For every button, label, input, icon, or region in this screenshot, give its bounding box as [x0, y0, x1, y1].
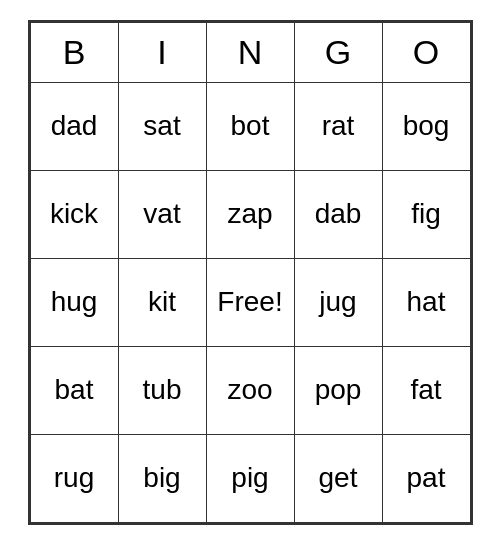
cell-r1-c3: dab — [294, 170, 382, 258]
cell-r0-c4: bog — [382, 82, 470, 170]
header-cell-g: G — [294, 22, 382, 82]
cell-r0-c3: rat — [294, 82, 382, 170]
cell-r4-c3: get — [294, 434, 382, 522]
bingo-body: dadsatbotratbogkickvatzapdabfighugkitFre… — [30, 82, 470, 522]
cell-r4-c1: big — [118, 434, 206, 522]
table-row: dadsatbotratbog — [30, 82, 470, 170]
cell-r3-c4: fat — [382, 346, 470, 434]
cell-r2-c0: hug — [30, 258, 118, 346]
cell-r3-c3: pop — [294, 346, 382, 434]
header-row: BINGO — [30, 22, 470, 82]
cell-r1-c1: vat — [118, 170, 206, 258]
cell-r1-c4: fig — [382, 170, 470, 258]
header-cell-i: I — [118, 22, 206, 82]
table-row: hugkitFree!jughat — [30, 258, 470, 346]
cell-r4-c4: pat — [382, 434, 470, 522]
cell-r3-c0: bat — [30, 346, 118, 434]
cell-r2-c2: Free! — [206, 258, 294, 346]
cell-r2-c4: hat — [382, 258, 470, 346]
header-cell-o: O — [382, 22, 470, 82]
bingo-table: BINGO dadsatbotratbogkickvatzapdabfighug… — [30, 22, 471, 523]
cell-r1-c2: zap — [206, 170, 294, 258]
cell-r3-c1: tub — [118, 346, 206, 434]
cell-r1-c0: kick — [30, 170, 118, 258]
bingo-card: BINGO dadsatbotratbogkickvatzapdabfighug… — [28, 20, 473, 525]
cell-r0-c0: dad — [30, 82, 118, 170]
table-row: battubzoopopfat — [30, 346, 470, 434]
header-cell-b: B — [30, 22, 118, 82]
cell-r4-c0: rug — [30, 434, 118, 522]
table-row: rugbigpiggetpat — [30, 434, 470, 522]
cell-r2-c1: kit — [118, 258, 206, 346]
cell-r3-c2: zoo — [206, 346, 294, 434]
cell-r2-c3: jug — [294, 258, 382, 346]
cell-r4-c2: pig — [206, 434, 294, 522]
cell-r0-c1: sat — [118, 82, 206, 170]
table-row: kickvatzapdabfig — [30, 170, 470, 258]
cell-r0-c2: bot — [206, 82, 294, 170]
header-cell-n: N — [206, 22, 294, 82]
